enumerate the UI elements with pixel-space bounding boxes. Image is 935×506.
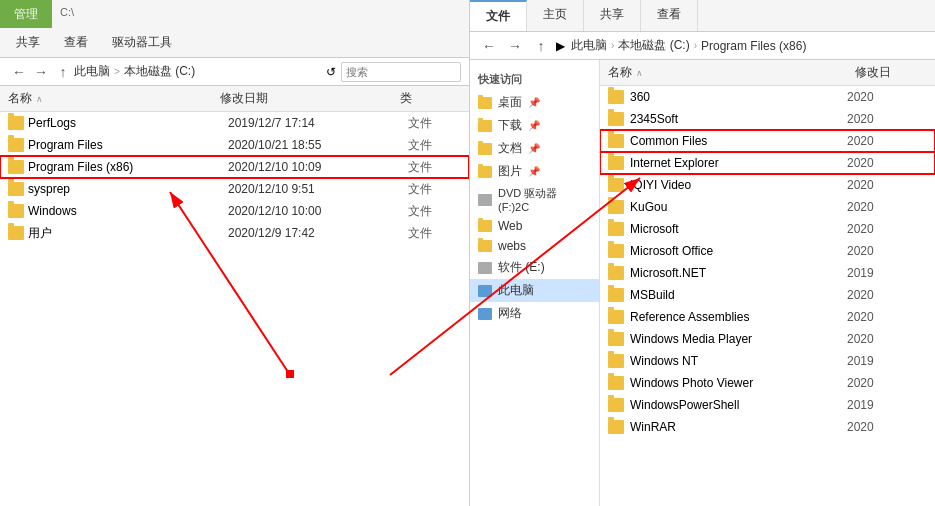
right-up-button[interactable]: ↑ <box>530 35 552 57</box>
qa-item-network[interactable]: 网络 <box>470 302 599 325</box>
table-row[interactable]: Reference Assemblies 2020 <box>600 306 935 328</box>
folder-icon <box>608 332 624 346</box>
file-name: Program Files <box>28 138 228 152</box>
table-row[interactable]: WindowsPowerShell 2019 <box>600 394 935 416</box>
left-btn-share[interactable]: 共享 <box>8 31 48 54</box>
table-row[interactable]: PerfLogs 2019/12/7 17:14 文件 <box>0 112 469 134</box>
qa-item-webs[interactable]: webs <box>470 236 599 256</box>
qa-folder-icon <box>478 240 492 252</box>
left-btn-view[interactable]: 查看 <box>56 31 96 54</box>
tab-home[interactable]: 主页 <box>527 0 584 31</box>
breadcrumb-pc[interactable]: 此电脑 <box>74 63 110 80</box>
table-row-common-files[interactable]: Common Files 2020 <box>600 130 935 152</box>
file-name: IQIYI Video <box>630 178 847 192</box>
folder-icon <box>608 90 624 104</box>
qa-label: 网络 <box>498 305 522 322</box>
right-back-button[interactable]: ← <box>478 35 500 57</box>
folder-icon <box>608 156 624 170</box>
r-col-header-date[interactable]: 修改日 <box>855 64 935 81</box>
file-date: 2019 <box>847 266 927 280</box>
qa-item-dvd[interactable]: DVD 驱动器 (F:)2C <box>470 183 599 216</box>
bc-disk[interactable]: 本地磁盘 (C:) <box>618 37 689 54</box>
folder-icon <box>608 244 624 258</box>
file-type: 文件 <box>408 225 432 242</box>
table-row[interactable]: Windows Photo Viewer 2020 <box>600 372 935 394</box>
table-row[interactable]: Windows 2020/12/10 10:00 文件 <box>0 200 469 222</box>
folder-icon <box>608 178 624 192</box>
left-btn-driver-tools[interactable]: 驱动器工具 <box>104 31 180 54</box>
folder-icon <box>608 398 624 412</box>
up-button[interactable]: ↑ <box>52 61 74 83</box>
table-row[interactable]: sysprep 2020/12/10 9:51 文件 <box>0 178 469 200</box>
qa-item-pictures[interactable]: 图片 📌 <box>470 160 599 183</box>
left-column-headers: 名称 ∧ 修改日期 类 <box>0 86 469 112</box>
file-type: 文件 <box>408 115 432 132</box>
qa-item-download[interactable]: 下载 📌 <box>470 114 599 137</box>
back-button[interactable]: ← <box>8 61 30 83</box>
table-row[interactable]: WinRAR 2020 <box>600 416 935 438</box>
qa-folder-icon <box>478 97 492 109</box>
table-row[interactable]: 2345Soft 2020 <box>600 108 935 130</box>
qa-item-this-pc[interactable]: 此电脑 <box>470 279 599 302</box>
file-name: KuGou <box>630 200 847 214</box>
qa-label: Web <box>498 219 522 233</box>
sort-indicator: ∧ <box>636 68 643 78</box>
col-header-date[interactable]: 修改日期 <box>220 90 400 107</box>
table-row[interactable]: IQIYI Video 2020 <box>600 174 935 196</box>
file-date: 2020 <box>847 156 927 170</box>
bc-sep1: › <box>611 40 614 51</box>
tab-view[interactable]: 查看 <box>641 0 698 31</box>
table-row[interactable]: Program Files 2020/10/21 18:55 文件 <box>0 134 469 156</box>
file-date: 2019 <box>847 398 927 412</box>
table-row[interactable]: 用户 2020/12/9 17:42 文件 <box>0 222 469 244</box>
table-row[interactable]: Microsoft 2020 <box>600 218 935 240</box>
tab-share[interactable]: 共享 <box>584 0 641 31</box>
table-row[interactable]: 360 2020 <box>600 86 935 108</box>
file-name: Windows NT <box>630 354 847 368</box>
right-main-area: 快速访问 桌面 📌 下载 📌 文档 📌 <box>470 60 935 506</box>
table-row[interactable]: Windows Media Player 2020 <box>600 328 935 350</box>
breadcrumb-disk[interactable]: 本地磁盘 (C:) <box>124 63 195 80</box>
file-date: 2020 <box>847 200 927 214</box>
bc-pc[interactable]: 此电脑 <box>571 37 607 54</box>
quick-access-panel: 快速访问 桌面 📌 下载 📌 文档 📌 <box>470 60 600 506</box>
left-search-input[interactable] <box>341 62 461 82</box>
qa-item-desktop[interactable]: 桌面 📌 <box>470 91 599 114</box>
refresh-button[interactable]: ↺ <box>321 62 341 82</box>
left-ribbon-buttons: 共享 查看 驱动器工具 <box>0 28 469 58</box>
left-tab-manage[interactable]: 管理 <box>0 0 52 28</box>
r-col-header-name[interactable]: 名称 ∧ <box>600 64 855 81</box>
qa-title: 快速访问 <box>470 68 599 91</box>
col-header-name[interactable]: 名称 ∧ <box>0 90 220 107</box>
left-breadcrumb: 此电脑 > 本地磁盘 (C:) <box>74 63 321 80</box>
qa-item-edisk[interactable]: 软件 (E:) <box>470 256 599 279</box>
qa-folder-icon <box>478 120 492 132</box>
file-name: 360 <box>630 90 847 104</box>
right-forward-button[interactable]: → <box>504 35 526 57</box>
col-header-type[interactable]: 类 <box>400 90 412 107</box>
table-row-internet-explorer[interactable]: Internet Explorer 2020 <box>600 152 935 174</box>
table-row[interactable]: MSBuild 2020 <box>600 284 935 306</box>
file-date: 2020 <box>847 112 927 126</box>
forward-button[interactable]: → <box>30 61 52 83</box>
bc-folder[interactable]: Program Files (x86) <box>701 39 806 53</box>
table-row[interactable]: Windows NT 2019 <box>600 350 935 372</box>
qa-label: 文档 <box>498 140 522 157</box>
qa-folder-icon <box>478 143 492 155</box>
bc-sep2: › <box>694 40 697 51</box>
folder-icon <box>8 226 24 240</box>
table-row[interactable]: Microsoft Office 2020 <box>600 240 935 262</box>
left-path-label: C:\ <box>52 0 82 28</box>
file-date: 2020 <box>847 420 927 434</box>
pin-icon: 📌 <box>528 143 540 154</box>
file-date: 2020/12/10 10:09 <box>228 160 408 174</box>
qa-item-web[interactable]: Web <box>470 216 599 236</box>
file-date: 2020/10/21 18:55 <box>228 138 408 152</box>
table-row[interactable]: KuGou 2020 <box>600 196 935 218</box>
tab-file[interactable]: 文件 <box>470 0 527 31</box>
folder-icon <box>608 288 624 302</box>
table-row-program-files-x86[interactable]: Program Files (x86) 2020/12/10 10:09 文件 <box>0 156 469 178</box>
table-row[interactable]: Microsoft.NET 2019 <box>600 262 935 284</box>
breadcrumb-sep1: > <box>114 66 120 77</box>
qa-item-docs[interactable]: 文档 📌 <box>470 137 599 160</box>
